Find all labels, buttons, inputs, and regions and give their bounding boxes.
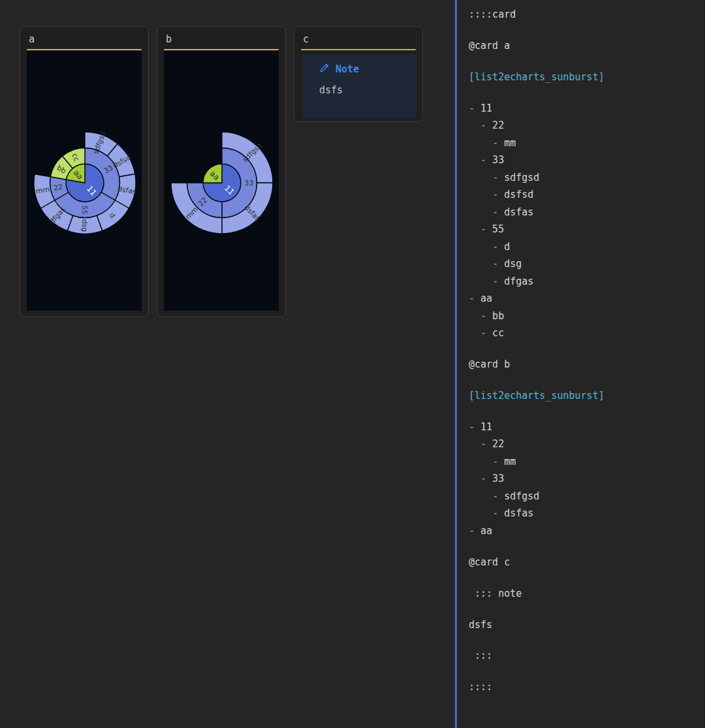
list-bullet: - [492,490,498,502]
editor-line[interactable]: @card a [469,37,705,55]
editor-line[interactable]: - dfgas [469,273,705,291]
list-item-text: dsfas [498,507,533,519]
list-item-text: 11 [475,421,492,433]
blank-line [469,86,705,99]
list-bullet: - [469,525,475,537]
blank-line [469,24,705,37]
list-item-text: dfgas [498,276,533,287]
card-b: b 1133sdfgsddsfas22mmaa [157,26,286,317]
source-text: @card b [469,358,510,370]
blank-line [469,404,705,418]
editor-line[interactable]: ::::card [469,6,705,24]
sunburst-label: 33 [245,179,254,187]
editor-line[interactable]: :::: [469,678,705,696]
list-bullet: - [492,189,498,200]
list-item-text: 55 [486,223,504,235]
editor-line[interactable]: - 11 [469,100,705,118]
editor-pane[interactable]: ::::card@card a[list2echarts_sunburst]- … [455,0,705,728]
card-a: a 1133sdfgsddsfsddsfas55ddsgdfgas22mmaab… [20,26,149,317]
editor-line[interactable]: - mm [469,135,705,152]
editor-line[interactable]: - 22 [469,117,705,135]
source-text: @card c [469,556,510,568]
list-item-text: 33 [486,154,504,166]
blank-line [469,571,705,584]
editor-line[interactable]: - dsfsd [469,186,705,204]
source-text: ::: note [469,588,522,599]
editor-line[interactable]: - sdfgsd [469,169,705,187]
editor-line[interactable]: - sdfgsd [469,488,705,505]
editor-line[interactable]: @card b [469,356,705,373]
editor-line[interactable]: - dsfas [469,204,705,221]
list-bullet: - [469,293,475,304]
list-bullet: - [480,154,486,166]
directive-text: [list2echarts_sunburst] [469,390,604,402]
editor-line[interactable]: ::: [469,647,705,665]
editor-line[interactable]: - 22 [469,435,705,453]
card-title-rule [27,49,142,50]
list-item-text: mm [498,137,516,149]
list-bullet: - [492,456,498,467]
editor-line[interactable]: ::: note [469,585,705,603]
editor-line[interactable]: [list2echarts_sunburst] [469,387,705,405]
sunburst-label: 55 [80,206,89,215]
blank-line [469,539,705,553]
list-item-text: cc [486,327,504,339]
directive-text: [list2echarts_sunburst] [469,71,604,83]
sunburst-svg[interactable]: 1133sdfgsddsfsddsfas55ddsgdfgas22mmaabbc… [27,51,142,311]
card-title: a [20,27,148,49]
list-bullet: - [492,241,498,253]
list-bullet: - [492,258,498,270]
list-bullet: - [480,473,486,484]
blank-line [469,602,705,616]
list-item-text: bb [486,310,504,322]
source-text: @card a [469,40,510,52]
list-bullet: - [480,327,486,339]
editor-line[interactable]: - aa [469,290,705,308]
editor-line[interactable]: - d [469,238,705,256]
list-item-text: mm [498,456,516,467]
list-item-text: 22 [486,438,504,450]
editor-line[interactable]: [list2echarts_sunburst] [469,69,705,86]
list-item-text: 33 [486,473,504,484]
list-item-text: 22 [486,119,504,131]
source-text: dsfs [469,619,492,631]
list-item-text: dsg [498,258,522,270]
list-bullet: - [480,438,486,450]
card-title: c [294,27,422,49]
source-text: ::::card [469,8,516,20]
note-callout: Note dsfs [302,54,416,118]
sunburst-chart-b[interactable]: 1133sdfgsddsfas22mmaa [164,51,279,311]
card-title: b [157,27,285,49]
editor-line[interactable]: - mm [469,453,705,471]
source-text: ::: [469,650,492,661]
sunburst-svg[interactable]: 1133sdfgsddsfas22mmaa [164,51,279,311]
list-item-text: dsfsd [498,189,533,200]
note-callout-title: Note [319,63,409,76]
editor-line[interactable]: - dsfas [469,505,705,522]
editor-line[interactable]: - aa [469,522,705,540]
editor-line[interactable]: dsfs [469,616,705,634]
card-title-rule [301,49,416,50]
editor-line[interactable]: - 33 [469,470,705,488]
list-item-text: aa [475,293,492,304]
list-bullet: - [480,119,486,131]
editor-lines: ::::card@card a[list2echarts_sunburst]- … [469,6,705,696]
editor-line[interactable]: - bb [469,308,705,325]
editor-line[interactable]: - 11 [469,419,705,436]
sunburst-label: dsg [80,219,89,232]
source-text: :::: [469,681,492,693]
editor-line[interactable]: - 55 [469,221,705,238]
list-bullet: - [492,507,498,519]
note-callout-label: Note [336,63,359,75]
editor-line[interactable]: @card c [469,554,705,571]
blank-line [469,633,705,647]
editor-line[interactable]: - dsg [469,255,705,273]
editor-line[interactable]: - 33 [469,151,705,169]
note-callout-body: dsfs [319,84,409,96]
list-bullet: - [492,137,498,149]
editor-line[interactable]: - cc [469,324,705,342]
preview-pane: a 1133sdfgsddsfsddsfas55ddsgdfgas22mmaab… [0,0,455,728]
blank-line [469,665,705,678]
sunburst-chart-a[interactable]: 1133sdfgsddsfsddsfas55ddsgdfgas22mmaabbc… [27,51,142,311]
blank-line [469,373,705,387]
